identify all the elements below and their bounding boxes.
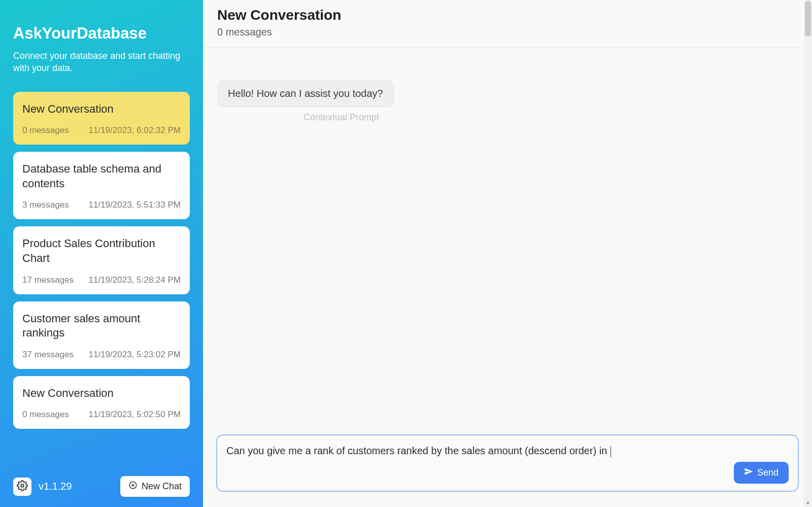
conversation-title: Product Sales Contribution Chart <box>22 236 181 265</box>
main-header: New Conversation 0 messages <box>203 0 812 48</box>
conversation-item[interactable]: Product Sales Contribution Chart 17 mess… <box>13 226 190 294</box>
message-count: 0 messages <box>217 26 798 38</box>
message-input[interactable]: Can you give me a rank of customers rank… <box>226 444 789 458</box>
conversation-title: Database table schema and contents <box>22 162 181 191</box>
send-button[interactable]: Send <box>734 462 789 484</box>
settings-button[interactable] <box>13 478 31 496</box>
conversation-timestamp: 11/19/2023, 5:02:50 PM <box>89 410 181 420</box>
conversation-list: New Conversation 0 messages 11/19/2023, … <box>13 92 190 507</box>
conversation-timestamp: 11/19/2023, 5:28:24 PM <box>89 275 181 285</box>
svg-point-0 <box>21 484 24 487</box>
scrollbar-thumb[interactable] <box>805 1 811 37</box>
conversation-title: New Conversation <box>22 386 181 401</box>
plus-circle-icon <box>128 481 138 492</box>
send-label: Send <box>757 467 779 478</box>
window-scrollbar[interactable]: ▾ <box>804 0 812 507</box>
conversation-message-count: 3 messages <box>22 200 69 210</box>
main: New Conversation 0 messages Hello! How c… <box>203 0 812 507</box>
contextual-prompt-label: Contextual Prompt <box>303 112 798 123</box>
chat-area: Hello! How can I assist you today? Conte… <box>203 48 812 428</box>
text-caret <box>611 446 611 457</box>
new-chat-button[interactable]: New Chat <box>120 476 190 497</box>
message-input-text: Can you give me a rank of customers rank… <box>226 445 610 456</box>
paper-plane-icon <box>744 467 753 479</box>
conversation-item[interactable]: Database table schema and contents 3 mes… <box>13 152 190 219</box>
conversation-timestamp: 11/19/2023, 5:51:33 PM <box>89 200 181 210</box>
conversation-title: New Conversation <box>22 102 181 117</box>
app-version: v1.1.29 <box>39 481 72 492</box>
sidebar-footer: v1.1.29 New Chat <box>13 476 190 497</box>
conversation-message-count: 17 messages <box>22 275 74 285</box>
scrollbar-down-arrow-icon[interactable]: ▾ <box>804 499 812 507</box>
conversation-item[interactable]: Customer sales amount rankings 37 messag… <box>13 301 190 369</box>
input-row: Can you give me a rank of customers rank… <box>203 428 812 507</box>
message-input-box[interactable]: Can you give me a rank of customers rank… <box>216 434 799 492</box>
conversation-timestamp: 11/19/2023, 5:23:02 PM <box>89 350 181 360</box>
conversation-timestamp: 11/19/2023, 6:02:32 PM <box>89 125 181 136</box>
conversation-message-count: 0 messages <box>22 125 69 136</box>
conversation-message-count: 37 messages <box>22 350 74 360</box>
sidebar: AskYourDatabase Connect your database an… <box>0 0 203 507</box>
conversation-message-count: 0 messages <box>22 410 69 420</box>
app-subtitle: Connect your database and start chatting… <box>13 50 186 75</box>
conversation-item[interactable]: New Conversation 0 messages 11/19/2023, … <box>13 92 190 145</box>
new-chat-label: New Chat <box>142 481 182 492</box>
conversation-item[interactable]: New Conversation 0 messages 11/19/2023, … <box>13 376 190 429</box>
app-title: AskYourDatabase <box>13 24 190 43</box>
assistant-message: Hello! How can I assist you today? <box>217 80 394 107</box>
page-title: New Conversation <box>217 7 798 23</box>
conversation-title: Customer sales amount rankings <box>22 312 181 341</box>
gear-icon <box>17 480 28 493</box>
